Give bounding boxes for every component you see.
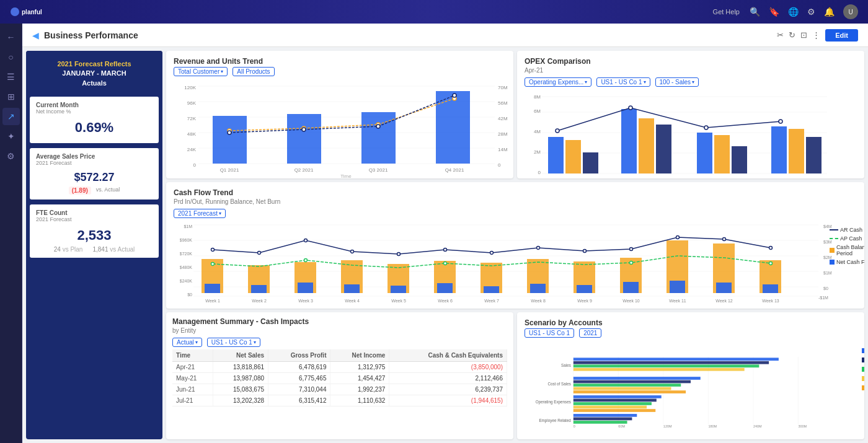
expand-icon[interactable]: ⊡ — [800, 30, 807, 40]
svg-rect-52 — [656, 125, 671, 173]
more-icon[interactable]: ⋮ — [812, 30, 820, 40]
revenue-chart-title: Revenue and Units Trend — [174, 57, 506, 66]
revenue-filter-customer[interactable]: Total Customer — [174, 67, 228, 76]
svg-point-124 — [676, 235, 680, 239]
svg-rect-53 — [697, 133, 712, 173]
search-icon[interactable]: 🔍 — [750, 7, 760, 17]
svg-point-118 — [397, 252, 401, 255]
svg-rect-104 — [344, 284, 360, 293]
svg-text:Week 7: Week 7 — [484, 299, 499, 303]
svg-text:Week 12: Week 12 — [715, 299, 733, 303]
svg-rect-107 — [484, 286, 499, 293]
svg-rect-55 — [732, 146, 747, 173]
svg-rect-175 — [574, 414, 637, 417]
svg-point-61 — [704, 126, 708, 129]
opex-filter1[interactable]: Operating Expens... — [525, 77, 591, 87]
user-avatar[interactable]: U — [843, 4, 858, 19]
sidebar-icon-menu[interactable]: ☰ — [2, 68, 20, 86]
revenue-filter-products[interactable]: All Products — [232, 67, 274, 76]
cashflow-subtitle: Prd In/Out, Running Balance, Net Burn — [174, 198, 857, 205]
svg-text:Week 9: Week 9 — [577, 299, 592, 303]
settings-icon[interactable]: ⚙ — [807, 7, 815, 17]
globe-icon[interactable]: 🌐 — [788, 7, 799, 17]
svg-text:$1M: $1M — [184, 224, 192, 229]
svg-rect-169 — [574, 390, 686, 393]
svg-rect-108 — [530, 284, 546, 293]
svg-text:6M: 6M — [534, 108, 541, 114]
svg-point-122 — [583, 249, 587, 252]
svg-text:0: 0 — [193, 162, 197, 168]
svg-rect-177 — [574, 421, 627, 424]
col-net-sales: Net Sales — [213, 349, 268, 362]
svg-text:Week 4: Week 4 — [345, 299, 360, 303]
scenario-content: Sales Cost of Sales Operating Expenses E… — [525, 341, 857, 440]
svg-text:Week 1: Week 1 — [205, 299, 220, 303]
svg-text:Week 2: Week 2 — [252, 299, 267, 303]
svg-rect-20 — [213, 116, 247, 164]
svg-rect-170 — [574, 395, 662, 398]
edit-button[interactable]: Edit — [825, 29, 858, 42]
svg-rect-176 — [574, 417, 632, 420]
svg-point-125 — [723, 237, 726, 240]
fte-comparisons: 24 vs Plan 1,841 vs Actual — [36, 246, 153, 253]
table-row: Jul-21 13,202,328 6,315,412 1,110,632 (1… — [172, 395, 507, 406]
bell-icon[interactable]: 🔔 — [824, 7, 835, 17]
sidebar-icon-back[interactable]: ← — [2, 29, 20, 46]
table-row: Jun-21 15,083,675 7,310,044 1,992,237 6,… — [172, 384, 507, 395]
svg-rect-106 — [437, 283, 453, 293]
svg-point-31 — [453, 94, 456, 97]
opex-svg: 0 2M 4M 6M 8M — [525, 90, 857, 178]
svg-rect-161 — [574, 357, 779, 361]
opex-filter3[interactable]: 100 - Sales — [655, 77, 699, 87]
legend-actual: Actual — [862, 348, 864, 354]
svg-text:$240K: $240K — [180, 279, 193, 283]
get-help-text[interactable]: Get Help — [713, 8, 740, 15]
mgmt-title: Management Summary - Cash Impacts — [172, 317, 507, 326]
sidebar-icon-analytics[interactable]: ↗ — [2, 108, 20, 125]
svg-text:120M: 120M — [663, 424, 672, 428]
sidebar-icon-person[interactable]: ✦ — [2, 128, 20, 145]
refresh-icon[interactable]: ↻ — [789, 30, 795, 40]
sidebar-icon-settings[interactable]: ⚙ — [2, 147, 20, 165]
svg-rect-57 — [789, 129, 804, 173]
legend-whatif: What-If — [862, 375, 864, 382]
svg-text:4M: 4M — [534, 129, 541, 134]
mgmt-filter2[interactable]: US1 - US Co 1 — [207, 338, 260, 347]
cashflow-filter[interactable]: 2021 Forecast — [174, 209, 226, 218]
legend-units: Units - 2021 Forecast — [174, 178, 234, 178]
svg-text:Q1 2021: Q1 2021 — [220, 167, 239, 173]
svg-rect-21 — [287, 114, 321, 164]
scenario-filter2[interactable]: 2021 — [579, 328, 601, 338]
cashflow-filters: 2021 Forecast — [174, 209, 857, 218]
svg-point-127 — [211, 262, 215, 265]
svg-rect-171 — [574, 398, 657, 401]
svg-rect-56 — [771, 126, 787, 173]
forecast-title: 2021 Forecast Reflects — [32, 59, 156, 69]
svg-text:60M: 60M — [618, 424, 625, 428]
mgmt-filter1[interactable]: Actual — [172, 338, 202, 347]
sidebar-icon-home[interactable]: ○ — [2, 48, 20, 66]
sidebar-icon-grid[interactable]: ⊞ — [2, 88, 20, 105]
svg-text:Q2 2021: Q2 2021 — [629, 178, 648, 178]
current-month-label: Current Month — [36, 102, 153, 108]
legend-net-cash: Net Cash Flow — [830, 259, 864, 265]
opex-subtitle: Apr-21 — [525, 67, 857, 74]
svg-rect-165 — [574, 377, 701, 380]
svg-text:$480K: $480K — [180, 265, 193, 270]
scenario-filter1[interactable]: US1 - US Co 1 — [525, 328, 574, 338]
mgmt-filters: Actual US1 - US Co 1 — [172, 338, 507, 347]
svg-rect-22 — [361, 112, 396, 164]
cut-icon[interactable]: ✂ — [777, 30, 784, 40]
table-row: May-21 13,987,080 6,775,465 1,454,427 2,… — [172, 372, 507, 384]
opex-filters: Operating Expens... US1 - US Co 1 100 - … — [525, 77, 857, 87]
svg-text:56M: 56M — [498, 100, 508, 106]
mgmt-table-wrapper[interactable]: Time Net Sales Gross Profit Net Income C… — [172, 349, 507, 406]
svg-point-116 — [304, 239, 308, 242]
scenario-title: Scenario by Accounts — [525, 318, 857, 327]
back-button[interactable]: ◀ — [32, 30, 39, 40]
bookmark-icon[interactable]: 🔖 — [769, 7, 779, 17]
legend-cash-balance: Cash Balance at End of Period — [830, 244, 864, 257]
svg-rect-58 — [806, 137, 822, 173]
opex-filter2[interactable]: US1 - US Co 1 — [596, 77, 650, 87]
svg-text:24K: 24K — [187, 147, 197, 152]
